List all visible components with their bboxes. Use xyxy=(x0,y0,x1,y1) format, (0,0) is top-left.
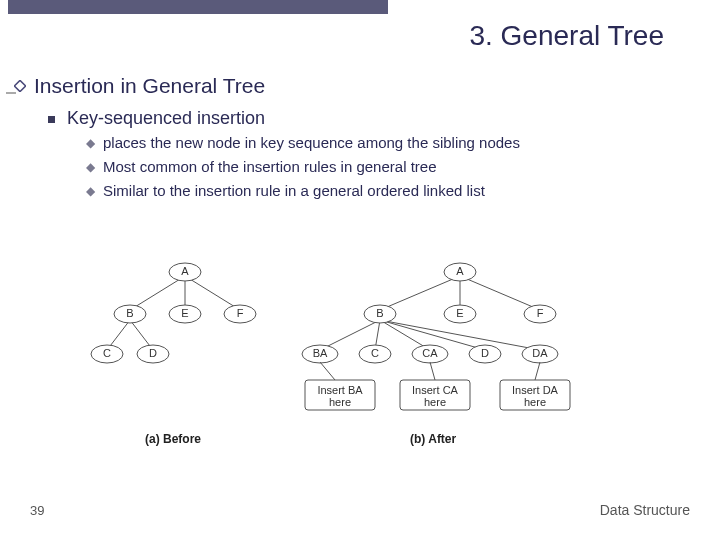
node-label: B xyxy=(376,307,383,319)
bullet-row: ◆ places the new node in key sequence am… xyxy=(86,133,706,153)
dot-icon: ◆ xyxy=(86,133,95,153)
svg-rect-0 xyxy=(14,80,25,91)
bullet-text: Similar to the insertion rule in a gener… xyxy=(103,181,485,201)
content-area: Insertion in General Tree Key-sequenced … xyxy=(14,74,706,205)
slide-title: 3. General Tree xyxy=(469,20,664,52)
node-label: D xyxy=(149,347,157,359)
bullet-row: ◆ Similar to the insertion rule in a gen… xyxy=(86,181,706,201)
header-band xyxy=(8,0,388,14)
node-label: DA xyxy=(532,347,548,359)
insert-label: here xyxy=(524,396,546,408)
svg-line-14 xyxy=(460,276,540,310)
node-label: E xyxy=(181,307,188,319)
node-label: F xyxy=(537,307,544,319)
dot-icon: ◆ xyxy=(86,181,95,201)
tree-figure: A B E F C D (a) Before A B E F BA C xyxy=(85,258,645,458)
svg-line-3 xyxy=(185,276,240,310)
page-number: 39 xyxy=(30,503,44,518)
svg-line-33 xyxy=(535,362,540,380)
node-label: B xyxy=(126,307,133,319)
insert-label: Insert DA xyxy=(512,384,559,396)
svg-line-19 xyxy=(380,320,540,350)
bullet-text: Most common of the insertion rules in ge… xyxy=(103,157,437,177)
course-name: Data Structure xyxy=(600,502,690,518)
node-label: A xyxy=(181,265,189,277)
node-label: CA xyxy=(422,347,438,359)
section-row: Insertion in General Tree xyxy=(14,74,706,98)
node-label: D xyxy=(481,347,489,359)
dot-icon: ◆ xyxy=(86,157,95,177)
subsection-heading: Key-sequenced insertion xyxy=(67,108,265,129)
caption-a: (a) Before xyxy=(145,432,201,446)
insert-label: here xyxy=(424,396,446,408)
insert-label: here xyxy=(329,396,351,408)
caption-b: (b) After xyxy=(410,432,457,446)
square-icon xyxy=(48,116,55,123)
node-label: A xyxy=(456,265,464,277)
svg-line-31 xyxy=(430,362,435,380)
section-heading: Insertion in General Tree xyxy=(34,74,265,98)
diamond-icon xyxy=(14,80,26,92)
tree-before: A B E F C D (a) Before xyxy=(91,263,256,446)
subsection-row: Key-sequenced insertion xyxy=(48,108,706,129)
bullet-row: ◆ Most common of the insertion rules in … xyxy=(86,157,706,177)
node-label: C xyxy=(371,347,379,359)
svg-line-29 xyxy=(320,362,335,380)
svg-line-1 xyxy=(130,276,185,310)
svg-line-12 xyxy=(380,276,460,310)
node-label: F xyxy=(237,307,244,319)
insert-label: Insert CA xyxy=(412,384,459,396)
tree-after: A B E F BA C CA D DA Insert BA here Inse… xyxy=(302,263,570,446)
node-label: C xyxy=(103,347,111,359)
bullet-text: places the new node in key sequence amon… xyxy=(103,133,520,153)
insert-label: Insert BA xyxy=(317,384,363,396)
node-label: BA xyxy=(313,347,328,359)
node-label: E xyxy=(456,307,463,319)
